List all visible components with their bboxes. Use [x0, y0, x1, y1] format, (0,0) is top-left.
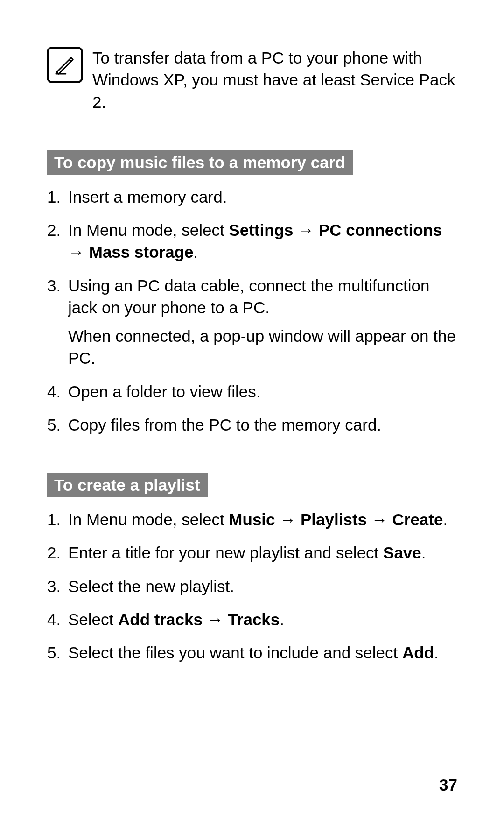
step-text: In Menu mode, select [68, 510, 229, 529]
period: . [443, 510, 448, 529]
step-item: Select the new playlist. [65, 575, 457, 597]
note-icon [47, 47, 83, 83]
arrow-icon [367, 510, 392, 529]
arrow-icon [68, 243, 89, 261]
step-item: Using an PC data cable, connect the mult… [65, 275, 457, 369]
step-item: In Menu mode, select SettingsPC connecti… [65, 219, 457, 263]
bold-text: Settings [229, 221, 293, 239]
section-heading-copy-music: To copy music files to a memory card [47, 150, 353, 175]
step-text: Select the new playlist. [68, 577, 234, 595]
step-text: Insert a memory card. [68, 188, 227, 206]
manual-page: To transfer data from a PC to your phone… [0, 0, 504, 827]
step-text: In Menu mode, select [68, 221, 229, 239]
step-item: Enter a title for your new playlist and … [65, 542, 457, 564]
step-text: Using an PC data cable, connect the mult… [68, 276, 429, 317]
bold-text: Music [229, 510, 275, 529]
steps-create-playlist: In Menu mode, select MusicPlaylistsCreat… [47, 509, 457, 664]
pencil-note-icon [54, 54, 76, 76]
step-item: Copy files from the PC to the memory car… [65, 414, 457, 436]
bold-text: Add [402, 643, 434, 662]
note-callout: To transfer data from a PC to your phone… [47, 47, 457, 113]
step-item: Select the files you want to include and… [65, 642, 457, 664]
bold-text: Save [383, 544, 421, 562]
step-text: Enter a title for your new playlist and … [68, 544, 383, 562]
step-text: Select [68, 610, 118, 629]
bold-text: Add tracks [118, 610, 203, 629]
step-item: In Menu mode, select MusicPlaylistsCreat… [65, 509, 457, 530]
arrow-icon [293, 221, 318, 239]
step-item: Insert a memory card. [65, 186, 457, 208]
bold-text: Mass storage [89, 243, 194, 261]
step-item: Open a folder to view files. [65, 381, 457, 403]
step-text: Copy files from the PC to the memory car… [68, 416, 381, 434]
step-text: Open a folder to view files. [68, 382, 260, 401]
step-text: Select the files you want to include and… [68, 643, 402, 662]
period: . [193, 243, 198, 261]
note-text: To transfer data from a PC to your phone… [92, 47, 457, 113]
page-number: 37 [439, 776, 457, 794]
bold-text: Playlists [301, 510, 367, 529]
step-item: Select Add tracksTracks. [65, 608, 457, 630]
bold-text: Tracks [228, 610, 280, 629]
period: . [434, 643, 439, 662]
bold-text: PC connections [319, 221, 442, 239]
step-text: When connected, a pop-up window will app… [68, 325, 457, 369]
arrow-icon [203, 610, 228, 629]
steps-copy-music: Insert a memory card. In Menu mode, sele… [47, 186, 457, 436]
bold-text: Create [392, 510, 443, 529]
section-heading-create-playlist: To create a playlist [47, 473, 208, 497]
arrow-icon [275, 510, 301, 529]
period: . [280, 610, 284, 629]
period: . [421, 544, 426, 562]
